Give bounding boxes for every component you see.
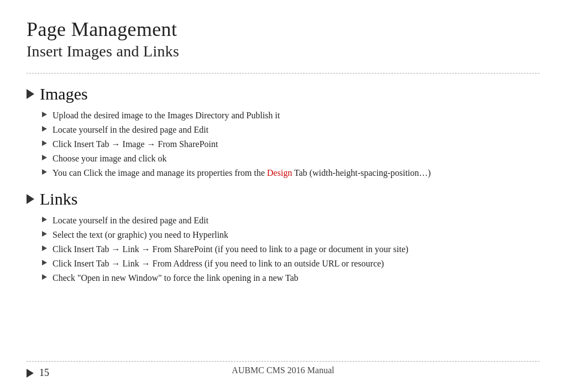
bullet-text: Click Insert Tab → Link → From SharePoin…	[53, 243, 539, 256]
bullet-arrow-icon	[42, 274, 47, 280]
bullet-arrow-icon	[42, 155, 47, 160]
bullet-arrow-icon	[42, 112, 47, 117]
footer-left: 15	[27, 367, 49, 379]
bullet-text: Click Insert Tab → Image → From SharePoi…	[53, 138, 539, 151]
bullet-arrow-icon	[42, 126, 47, 132]
links-bullet-list: Locate yourself in the desired page and …	[27, 214, 539, 285]
footer-manual-text: AUBMC CMS 2016 Manual	[232, 365, 334, 375]
bullet-arrow-icon	[42, 140, 47, 146]
bullet-text: Select the text (or graphic) you need to…	[53, 228, 539, 242]
footer-arrow-icon	[27, 369, 34, 378]
list-item: Locate yourself in the desired page and …	[42, 123, 539, 137]
list-item: Click Insert Tab → Image → From SharePoi…	[42, 138, 539, 151]
list-item: Upload the desired image to the Images D…	[42, 109, 539, 122]
slide-header: Page Management Insert Images and Links	[27, 18, 539, 62]
images-arrow-icon	[27, 89, 34, 99]
list-item: Click Insert Tab → Link → From Address (…	[42, 257, 539, 270]
list-item: Select the text (or graphic) you need to…	[42, 228, 539, 242]
slide: Page Management Insert Images and Links …	[0, 0, 566, 392]
bullet-text: Choose your image and click ok	[53, 152, 539, 165]
bullet-text-design: You can Click the image and manage its p…	[53, 166, 539, 180]
links-section-title: Links	[40, 190, 77, 208]
links-section-header: Links	[27, 190, 539, 208]
bullet-arrow-icon	[42, 217, 47, 222]
images-section-header: Images	[27, 85, 539, 103]
bullet-text: Check "Open in new Window" to force the …	[53, 271, 539, 285]
bullet-arrow-icon	[42, 231, 47, 237]
list-item: Locate yourself in the desired page and …	[42, 214, 539, 227]
bullet-arrow-icon	[42, 169, 47, 175]
title-main: Page Management	[27, 18, 539, 41]
images-section-title: Images	[40, 85, 88, 103]
bullet-text: Click Insert Tab → Link → From Address (…	[53, 257, 539, 270]
bullet-text: Upload the desired image to the Images D…	[53, 109, 539, 122]
slide-footer: 15 AUBMC CMS 2016 Manual	[27, 361, 539, 379]
bullet-arrow-icon	[42, 245, 47, 251]
list-item: You can Click the image and manage its p…	[42, 166, 539, 180]
top-divider	[27, 73, 539, 74]
list-item: Choose your image and click ok	[42, 152, 539, 165]
page-number: 15	[39, 367, 49, 379]
content-area: Images Upload the desired image to the I…	[27, 81, 539, 361]
bullet-text-after: Tab (width-height-spacing-position…)	[292, 168, 431, 177]
list-item: Click Insert Tab → Link → From SharePoin…	[42, 243, 539, 256]
bullet-text: Locate yourself in the desired page and …	[53, 123, 539, 137]
bullet-text: Locate yourself in the desired page and …	[53, 214, 539, 227]
bullet-arrow-icon	[42, 260, 47, 265]
list-item: Check "Open in new Window" to force the …	[42, 271, 539, 285]
links-arrow-icon	[27, 194, 34, 204]
design-highlight: Design	[267, 168, 292, 177]
images-bullet-list: Upload the desired image to the Images D…	[27, 109, 539, 180]
title-sub: Insert Images and Links	[27, 41, 539, 61]
bullet-text-before: You can Click the image and manage its p…	[53, 168, 267, 177]
